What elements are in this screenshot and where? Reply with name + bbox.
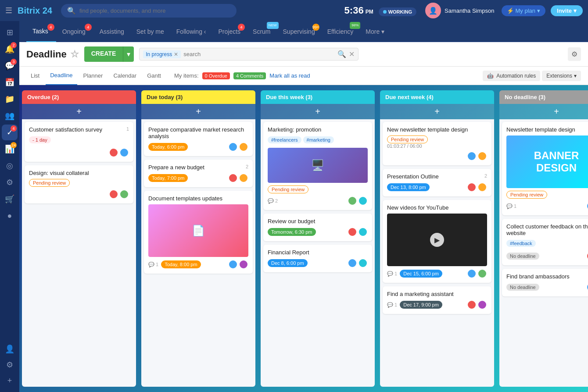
user-avatar — [477, 182, 487, 192]
task-card[interactable]: New newsletter template designPending re… — [383, 122, 491, 165]
tab-assisting[interactable]: Assisting — [93, 21, 130, 42]
sidebar-home[interactable]: ⊞ — [2, 25, 18, 40]
card-title: Find a marketing assistant — [387, 291, 487, 297]
invite-button[interactable]: Invite▾ — [551, 5, 583, 16]
user-name[interactable]: Samantha Simpson — [445, 7, 494, 14]
filter-remove[interactable]: ✕ — [174, 51, 178, 57]
settings-icon[interactable]: ⚙ — [568, 47, 581, 61]
star-icon[interactable]: ☆ — [70, 49, 79, 60]
view-tab-planner[interactable]: Planner — [79, 67, 108, 85]
view-tab-calendar[interactable]: Calendar — [109, 67, 141, 85]
sidebar-contacts[interactable]: 👥 — [2, 108, 18, 124]
view-tab-list[interactable]: List — [26, 67, 44, 85]
column-add-button[interactable]: + — [499, 104, 588, 119]
view-tab-deadline[interactable]: Deadline — [46, 67, 77, 85]
working-status[interactable]: WORKING — [379, 7, 416, 16]
card-avatars — [109, 189, 129, 199]
user-avatar — [477, 300, 487, 310]
sidebar-chat[interactable]: 💬3 — [2, 58, 18, 74]
comments-badge[interactable]: 4 Comments — [233, 72, 266, 79]
tab-bar: Tasks4 Ongoing4 Assisting Set by me Foll… — [19, 21, 588, 42]
search-input[interactable] — [79, 7, 230, 14]
task-card[interactable]: Prepare comparative market research anal… — [144, 122, 253, 156]
sidebar-drive[interactable]: 📁 — [2, 91, 18, 107]
card-meta — [29, 189, 129, 199]
sidebar-crm[interactable]: 📊24 — [2, 141, 18, 157]
card-number: 2 — [484, 173, 487, 178]
tab-more[interactable]: More ▾ — [359, 21, 391, 42]
column-add-button[interactable]: + — [141, 104, 255, 119]
task-card[interactable]: Document templates updates📄💬 1Today, 8:0… — [144, 191, 253, 274]
extensions-button[interactable]: Extensions▾ — [542, 71, 581, 81]
task-card[interactable]: New videos for YouTube▶💬 1Dec 15, 6:00 p… — [383, 200, 491, 283]
sidebar-settings[interactable]: ⚙ — [2, 357, 18, 373]
global-search[interactable]: 🔍 — [61, 4, 237, 18]
task-card[interactable]: Customer satisfaction survey1- 1 day — [25, 122, 133, 162]
task-card[interactable]: Financial ReportDec 8, 6:00 pm — [263, 245, 372, 272]
column-add-button[interactable]: + — [22, 104, 136, 119]
sidebar-add[interactable]: + — [2, 373, 18, 388]
filter-close-icon[interactable]: ✕ — [349, 50, 355, 58]
user-avatar — [586, 251, 588, 261]
filter-search-input[interactable] — [183, 51, 257, 57]
card-image: 🖥️ — [268, 148, 368, 183]
card-meta: Today, 7:00 pm — [148, 173, 248, 183]
column-add-button[interactable]: + — [261, 104, 375, 119]
automation-button[interactable]: 🤖 Automation rules — [483, 71, 540, 81]
sidebar-circle[interactable]: ● — [2, 208, 18, 224]
sidebar-automation[interactable]: ⚙ — [2, 175, 18, 190]
main-layout: ⊞ 🔔2 💬3 📅 📁 👥 ✓4 📊24 ◎ ⚙ 🛒 ● 👤 ⚙ + Tasks… — [0, 21, 588, 392]
mark-all-button[interactable]: Mark all as read — [269, 72, 310, 79]
column-header: Due this week (3) — [261, 90, 375, 104]
card-tag: - 1 day — [29, 136, 51, 143]
tab-tasks[interactable]: Tasks4 — [26, 21, 56, 42]
task-card[interactable]: Marketing: promotion#freelancers#marketi… — [263, 122, 372, 210]
sidebar-notifications[interactable]: 🔔2 — [2, 41, 18, 57]
create-button[interactable]: CREATE — [84, 46, 123, 62]
card-avatars — [348, 258, 368, 268]
sidebar-tasks[interactable]: ✓4 — [2, 125, 18, 140]
task-card[interactable]: Find brand ambassadorsNo deadline — [502, 269, 588, 296]
no-deadline-badge: No deadline — [506, 253, 539, 260]
task-card[interactable]: Design: visual collateralPending review — [25, 165, 133, 203]
card-meta — [387, 151, 487, 161]
card-avatars — [586, 282, 588, 292]
task-card[interactable]: Review our budgetTomorrow, 6:30 pm — [263, 214, 372, 241]
due-date-badge: Today, 7:00 pm — [148, 174, 188, 182]
sidebar-people[interactable]: 👤 — [2, 341, 18, 357]
status-badge: Pending review — [268, 185, 308, 193]
user-avatar — [119, 148, 129, 157]
tab-projects[interactable]: Projects4 — [212, 21, 247, 42]
column-header: Due next week (4) — [380, 90, 494, 104]
card-meta: Dec 13, 8:00 pm — [387, 182, 487, 192]
task-card[interactable]: Presentation Outline2Dec 13, 8:00 pm — [383, 169, 491, 196]
tab-set-by-me[interactable]: Set by me — [130, 21, 170, 42]
sidebar-store[interactable]: 🛒 — [2, 191, 18, 207]
sidebar-calendar[interactable]: 📅 — [2, 75, 18, 90]
create-dropdown[interactable]: ▾ — [123, 46, 134, 62]
tab-efficiency[interactable]: Efficiency98% — [321, 21, 360, 42]
tab-ongoing[interactable]: Ongoing4 — [56, 21, 93, 42]
hamburger-menu[interactable]: ☰ — [5, 6, 12, 15]
card-avatars — [467, 269, 487, 278]
tab-following[interactable]: Following ‹ — [170, 21, 212, 42]
sidebar-reports[interactable]: ◎ — [2, 158, 18, 174]
tab-scrum[interactable]: ScrumNEW — [247, 21, 276, 42]
task-card[interactable]: Collect customer feedback on the website… — [502, 219, 588, 265]
task-card[interactable]: Newsletter template designBANNERDESIGNPe… — [502, 122, 588, 215]
kanban-column-due-this-week: Due this week (3)+ Marketing: promotion#… — [261, 90, 375, 387]
card-title: Financial Report — [268, 249, 368, 256]
card-meta: Today, 6:00 pm — [148, 142, 248, 152]
column-header: Overdue (2) — [22, 90, 136, 104]
column-add-button[interactable]: + — [380, 104, 494, 119]
overdue-badge[interactable]: 0 Overdue — [202, 72, 230, 79]
view-tab-gantt[interactable]: Gantt — [143, 67, 165, 85]
card-hashtag: #freelancers — [268, 136, 301, 143]
column-body: Marketing: promotion#freelancers#marketi… — [261, 119, 375, 387]
task-card[interactable]: Prepare a new budget2Today, 7:00 pm — [144, 160, 253, 187]
task-card[interactable]: Find a marketing assistant💬 1Dec 17, 9:0… — [383, 286, 491, 314]
main-content: Tasks4 Ongoing4 Assisting Set by me Foll… — [19, 21, 588, 392]
card-meta — [29, 148, 129, 157]
tab-supervising[interactable]: Supervising99+ — [277, 21, 321, 42]
my-plan-button[interactable]: ⚡My plan▾ — [502, 5, 546, 16]
